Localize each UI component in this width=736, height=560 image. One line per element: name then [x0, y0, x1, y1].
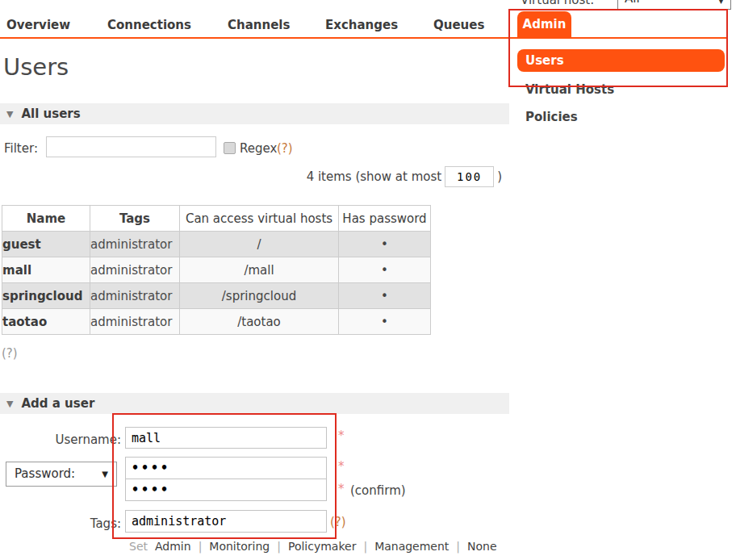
- user-vhosts: /springcloud: [180, 283, 339, 309]
- separator: |: [363, 540, 367, 553]
- tag-link-policymaker[interactable]: Policymaker: [288, 540, 356, 553]
- username-label: Username:: [44, 433, 121, 447]
- filter-label: Filter:: [4, 141, 38, 156]
- filter-input[interactable]: [46, 136, 216, 157]
- items-count-close: ): [497, 169, 502, 184]
- user-name-link[interactable]: guest: [2, 232, 90, 257]
- col-header-tags[interactable]: Tags: [90, 206, 180, 232]
- user-vhosts: /mall: [180, 257, 339, 283]
- chevron-down-icon: ▼: [102, 470, 108, 479]
- user-has-password: •: [339, 283, 431, 309]
- user-vhosts: /taotao: [180, 309, 339, 335]
- table-row: guest administrator / •: [2, 232, 431, 257]
- user-tags: administrator: [90, 309, 180, 335]
- regex-label: Regex: [240, 141, 277, 156]
- sidebar-item-users-selected[interactable]: Users: [517, 49, 725, 72]
- collapse-triangle-icon: ▼: [6, 399, 13, 409]
- section-title: All users: [21, 107, 80, 121]
- regex-help-link[interactable]: (?): [277, 141, 293, 156]
- username-input[interactable]: [125, 427, 327, 449]
- required-marker: *: [338, 459, 345, 474]
- show-at-most-input[interactable]: [445, 166, 494, 187]
- separator: |: [456, 540, 460, 553]
- sidebar-item-virtual-hosts[interactable]: Virtual Hosts: [525, 82, 614, 97]
- tag-link-monitoring[interactable]: Monitoring: [209, 540, 270, 553]
- table-row: taotao administrator /taotao •: [2, 309, 431, 335]
- user-tags: administrator: [90, 283, 180, 309]
- virtual-host-value: All: [625, 0, 640, 6]
- user-has-password: •: [339, 257, 431, 283]
- virtual-host-select[interactable]: All ▼: [617, 0, 731, 10]
- section-header-all-users[interactable]: ▼ All users: [0, 103, 509, 124]
- confirm-note: (confirm): [350, 483, 406, 498]
- table-help-link[interactable]: (?): [2, 346, 18, 361]
- col-header-has-password: Has password: [339, 206, 431, 232]
- separator: |: [277, 540, 281, 553]
- user-has-password: •: [339, 232, 431, 257]
- users-table: Name Tags Can access virtual hosts Has p…: [2, 205, 431, 335]
- user-name-link[interactable]: springcloud: [2, 283, 90, 309]
- required-marker: *: [338, 428, 345, 443]
- virtual-host-label: Virtual host:: [521, 0, 594, 7]
- nav-tab-admin-selected[interactable]: Admin: [517, 11, 571, 37]
- page-title: Users: [3, 53, 69, 81]
- user-tags: administrator: [90, 257, 180, 283]
- col-header-name[interactable]: Name: [2, 206, 90, 232]
- section-title: Add a user: [21, 396, 94, 411]
- nav-tab-exchanges[interactable]: Exchanges: [325, 18, 398, 32]
- section-header-add-user[interactable]: ▼ Add a user: [0, 393, 509, 414]
- user-tags: administrator: [90, 232, 180, 257]
- table-row: mall administrator /mall •: [2, 257, 431, 283]
- items-count-row: 4 items (show at most ): [242, 165, 502, 188]
- password-mode-select[interactable]: Password: ▼: [6, 462, 117, 487]
- items-count-text: 4 items (show at most: [307, 169, 442, 184]
- nav-tab-queues[interactable]: Queues: [433, 18, 484, 32]
- password-input[interactable]: [125, 457, 327, 479]
- table-header-row: Name Tags Can access virtual hosts Has p…: [2, 206, 431, 232]
- col-header-vhosts: Can access virtual hosts: [180, 206, 339, 232]
- tag-link-management[interactable]: Management: [374, 540, 449, 553]
- chevron-down-icon: ▼: [718, 0, 724, 5]
- user-name-link[interactable]: taotao: [2, 309, 90, 335]
- tag-link-none[interactable]: None: [467, 540, 497, 553]
- password-mode-value: Password:: [15, 466, 75, 481]
- tags-input[interactable]: [125, 510, 327, 533]
- nav-tab-connections[interactable]: Connections: [107, 18, 191, 32]
- nav-tab-overview[interactable]: Overview: [6, 18, 70, 32]
- nav-tab-channels[interactable]: Channels: [228, 18, 290, 32]
- tag-shortcuts-row: Set Admin | Monitoring | Policymaker | M…: [129, 540, 497, 553]
- table-row: springcloud administrator /springcloud •: [2, 283, 431, 309]
- user-has-password: •: [339, 309, 431, 335]
- tag-link-admin[interactable]: Admin: [155, 540, 191, 553]
- user-vhosts: /: [180, 232, 339, 257]
- separator: |: [199, 540, 203, 553]
- tags-help-link[interactable]: (?): [330, 515, 346, 529]
- tags-label: Tags:: [81, 516, 121, 531]
- set-prefix: Set: [129, 540, 148, 553]
- password-confirm-input[interactable]: [125, 479, 327, 501]
- nav-accent-underline: [0, 37, 728, 39]
- required-marker: *: [338, 482, 345, 496]
- user-name-link[interactable]: mall: [2, 257, 90, 283]
- collapse-triangle-icon: ▼: [6, 109, 13, 119]
- sidebar-item-policies[interactable]: Policies: [525, 110, 578, 124]
- regex-checkbox[interactable]: [224, 142, 236, 154]
